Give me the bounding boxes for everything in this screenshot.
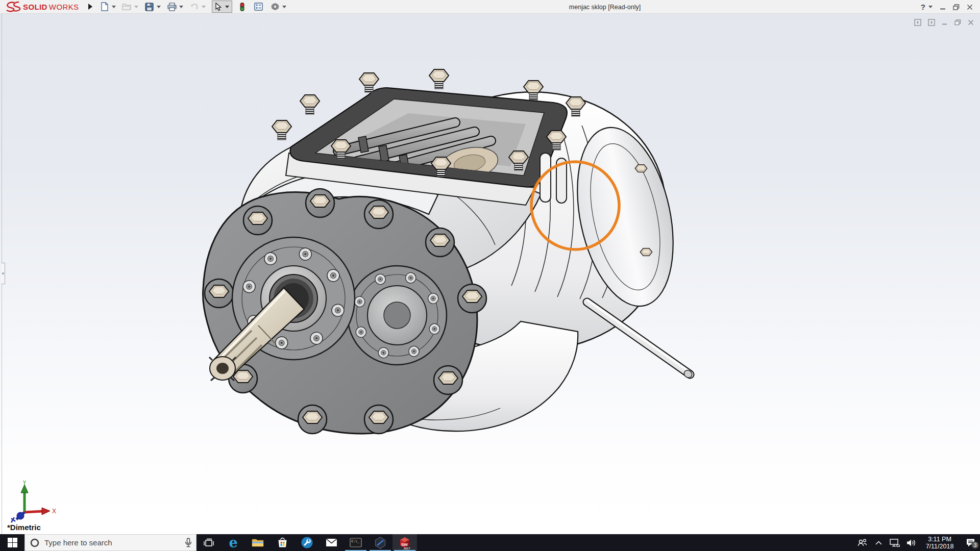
- print-caret-icon[interactable]: [179, 6, 183, 8]
- edge-browser-button[interactable]: e: [221, 534, 246, 551]
- print-button[interactable]: [167, 2, 183, 12]
- notification-badge: 3: [971, 541, 979, 549]
- task-view-button[interactable]: [197, 534, 221, 551]
- edge-icon: e: [229, 536, 237, 549]
- graphics-viewport[interactable]: Y X *Dimetric: [0, 14, 980, 534]
- taskbar-spacer: [417, 534, 856, 551]
- hexagon-app-icon: [374, 537, 386, 549]
- triad-x-label: X: [52, 508, 56, 515]
- brand-solid: SOLID: [23, 3, 47, 11]
- network-monitor-icon: [890, 539, 900, 547]
- sw-year: 2017: [404, 547, 410, 550]
- brand-works: WORKS: [49, 3, 79, 11]
- menu-expand-arrow-icon[interactable]: [88, 4, 92, 10]
- microsoft-store-button[interactable]: [270, 534, 295, 551]
- windows-taskbar: e: [0, 534, 980, 551]
- people-icon: [857, 539, 867, 547]
- file-properties-button[interactable]: [254, 2, 264, 12]
- rebuild-button[interactable]: [237, 2, 248, 12]
- mail-envelope-icon: [326, 538, 337, 547]
- select-cursor-icon: [213, 2, 224, 12]
- solidworks-2017-icon: SW 2017: [398, 536, 411, 549]
- undo-arrow-icon: [189, 2, 200, 12]
- minimize-button[interactable]: [940, 4, 946, 10]
- options-button[interactable]: [270, 2, 286, 12]
- windows-logo-icon: [8, 538, 17, 547]
- triad-y-label: Y: [22, 481, 27, 486]
- restore-button[interactable]: [953, 4, 960, 10]
- support-tool-button[interactable]: [295, 534, 319, 551]
- view-orientation-label: *Dimetric: [7, 523, 41, 532]
- solidworks-logo-mark: [5, 1, 21, 12]
- command-prompt-icon: C:\_: [350, 538, 362, 547]
- titlebar: SOLIDWORKS: [0, 0, 980, 14]
- options-gear-icon: [270, 2, 280, 12]
- volume-button[interactable]: [905, 539, 917, 547]
- speaker-icon: [906, 539, 916, 547]
- file-explorer-icon: [252, 538, 264, 547]
- system-tray: 3:11 PM 7/11/2018 3: [856, 534, 980, 551]
- taskbar-search[interactable]: [24, 534, 197, 551]
- save-floppy-icon: [144, 2, 155, 12]
- clock-time: 3:11 PM: [922, 536, 958, 543]
- search-input[interactable]: [44, 538, 185, 547]
- window-controls: ?: [921, 0, 980, 14]
- taskbar-clock[interactable]: 3:11 PM 7/11/2018: [922, 536, 958, 550]
- output-rod: [587, 300, 694, 380]
- people-button[interactable]: [856, 539, 868, 547]
- rebuild-traffic-light-icon: [237, 2, 248, 12]
- task-view-icon: [203, 538, 214, 547]
- support-wrench-icon: [301, 537, 313, 548]
- end-cap-bolt: [640, 248, 652, 256]
- file-properties-list-icon: [254, 2, 264, 12]
- hexagon-app-button[interactable]: [368, 534, 393, 551]
- save-caret-icon[interactable]: [157, 6, 161, 8]
- document-title: menjac sklop [Read-only]: [569, 0, 641, 14]
- save-button[interactable]: [144, 2, 161, 12]
- gearbox-3d-model[interactable]: [0, 14, 980, 534]
- print-icon: [167, 2, 177, 12]
- close-button[interactable]: [967, 4, 973, 10]
- store-icon: [277, 537, 288, 548]
- options-caret-icon[interactable]: [282, 6, 286, 8]
- new-file-button[interactable]: [100, 2, 116, 12]
- chevron-up-icon: [875, 541, 882, 545]
- orientation-triad: Y X: [5, 481, 61, 524]
- desktop: SOLIDWORKS: [0, 0, 980, 551]
- microphone-icon[interactable]: [185, 538, 192, 547]
- new-document-icon: [100, 2, 110, 12]
- select-tool-caret-icon[interactable]: [225, 6, 229, 8]
- new-file-caret-icon[interactable]: [112, 6, 116, 8]
- file-explorer-button[interactable]: [246, 534, 270, 551]
- action-center-button[interactable]: 3: [963, 538, 978, 547]
- help-caret-icon[interactable]: [928, 6, 933, 8]
- clock-date: 7/11/2018: [922, 543, 958, 550]
- command-prompt-button[interactable]: C:\_: [344, 534, 368, 551]
- bearing-boss-capped: [348, 266, 447, 365]
- undo-button[interactable]: [189, 2, 206, 12]
- solidworks-taskbar-button[interactable]: SW 2017: [393, 534, 417, 551]
- open-file-button[interactable]: [122, 2, 138, 12]
- cortana-circle-icon: [30, 538, 39, 547]
- start-button[interactable]: [0, 534, 24, 551]
- end-cap-bolt: [635, 165, 647, 172]
- undo-caret-icon[interactable]: [202, 6, 206, 8]
- open-folder-icon: [122, 2, 132, 12]
- quick-toolbar: [100, 1, 291, 13]
- solidworks-logo: SOLIDWORKS: [0, 0, 83, 14]
- select-tool-button[interactable]: [212, 1, 232, 13]
- network-button[interactable]: [889, 539, 900, 547]
- open-file-caret-icon[interactable]: [134, 6, 138, 8]
- mail-button[interactable]: [319, 534, 344, 551]
- tray-expand-button[interactable]: [873, 541, 884, 545]
- help-button[interactable]: ?: [921, 3, 925, 11]
- cmd-prompt-text: C:\_: [352, 539, 360, 543]
